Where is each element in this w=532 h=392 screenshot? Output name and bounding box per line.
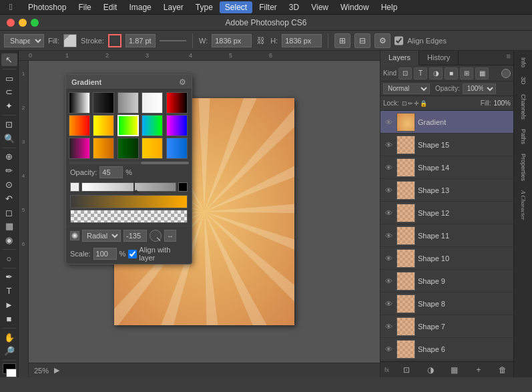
panel-btn-channels[interactable]: Channels — [515, 90, 531, 124]
menu-window[interactable]: Window — [335, 1, 374, 13]
layer-visibility-toggle[interactable]: 👁 — [383, 299, 394, 309]
close-button[interactable] — [7, 19, 15, 27]
scale-input[interactable] — [93, 248, 117, 260]
menu-select[interactable]: Select — [220, 1, 252, 13]
layer-item[interactable]: 👁Shape 12 — [380, 202, 513, 224]
swatch-light-gold[interactable] — [142, 138, 163, 159]
tool-hand[interactable]: ✋ — [1, 331, 17, 344]
settings-icon[interactable]: ⚙ — [374, 33, 390, 48]
tool-blur[interactable]: ◉ — [1, 234, 17, 246]
angle-input[interactable] — [123, 230, 147, 242]
panel-btn-info[interactable]: Info — [515, 53, 531, 71]
opacity-select[interactable]: 100% 75% 50% — [463, 83, 496, 94]
swatch-dark-pink[interactable] — [69, 138, 90, 159]
shape-select[interactable]: Shape — [4, 34, 44, 47]
swatch-dark[interactable] — [93, 92, 114, 114]
align-layer-checkbox[interactable] — [128, 250, 137, 258]
filter-kind-icon[interactable]: ⊡ — [398, 67, 412, 79]
menu-file[interactable]: File — [73, 1, 96, 13]
tool-path-select[interactable]: ► — [1, 299, 17, 311]
tool-lasso[interactable]: ⊂ — [1, 85, 17, 98]
menu-view[interactable]: View — [306, 1, 334, 13]
tool-gradient[interactable]: ▦ — [1, 220, 17, 232]
menu-filter[interactable]: Filter — [254, 1, 282, 13]
stroke-style[interactable] — [160, 40, 186, 41]
layer-item[interactable]: 👁Gradient — [380, 111, 513, 134]
background-color[interactable] — [6, 369, 17, 377]
swatch-orange-red[interactable] — [69, 115, 90, 136]
lock-all-icon[interactable]: 🔒 — [420, 100, 427, 107]
filter-smart-icon[interactable]: ⊞ — [460, 67, 473, 79]
tool-magic-wand[interactable]: ✦ — [1, 100, 17, 112]
angle-dial[interactable] — [150, 230, 162, 242]
tool-dodge[interactable]: ○ — [1, 252, 17, 265]
new-layer-button[interactable]: + — [472, 364, 485, 376]
swatch-blue[interactable] — [166, 138, 188, 159]
filter-toggle[interactable] — [501, 69, 511, 78]
swatch-bw[interactable] — [69, 92, 90, 114]
menu-image[interactable]: Image — [123, 1, 156, 13]
gradient-type-icon[interactable] — [70, 231, 79, 240]
align-layer-label[interactable]: Align with layer — [128, 246, 188, 262]
apple-menu[interactable]:  — [5, 2, 16, 13]
tool-eraser[interactable]: ◻ — [1, 206, 17, 219]
tool-brush[interactable]: ✏ — [1, 164, 17, 177]
height-input[interactable] — [282, 34, 322, 47]
minimize-button[interactable] — [19, 19, 27, 27]
layer-visibility-toggle[interactable]: 👁 — [383, 140, 394, 150]
layer-item[interactable]: 👁Shape 15 — [380, 134, 513, 156]
layer-item[interactable]: 👁Shape 9 — [380, 270, 513, 292]
panel-btn-paths[interactable]: Paths — [515, 125, 531, 148]
tool-move[interactable]: ↖ — [1, 53, 17, 66]
link-dimensions[interactable]: ⛓ — [256, 35, 266, 46]
lock-position-icon[interactable]: ✛ — [414, 100, 419, 107]
panel-menu-icon[interactable]: ≡ — [504, 51, 513, 65]
reverse-button[interactable]: ↔ — [164, 230, 176, 242]
gradient-type-select[interactable]: Radial Linear Angle — [82, 230, 121, 242]
layer-item[interactable]: 👁Shape 11 — [380, 224, 513, 247]
swatch-magenta[interactable] — [166, 115, 188, 136]
panel-btn-character[interactable]: A Character — [515, 186, 531, 224]
canvas-content[interactable]: Gradient ⚙ — [29, 61, 380, 363]
layer-visibility-toggle[interactable]: 👁 — [383, 117, 394, 128]
tool-history[interactable]: ↶ — [1, 192, 17, 205]
tool-type[interactable]: T — [1, 284, 17, 297]
tab-history[interactable]: History — [419, 51, 459, 65]
group-button[interactable]: ▦ — [448, 364, 461, 376]
filter-adjust-icon[interactable]: ◑ — [429, 67, 443, 79]
align-edges-checkbox[interactable] — [394, 34, 403, 47]
menu-help[interactable]: Help — [376, 1, 403, 13]
layer-item[interactable]: 👁Shape 10 — [380, 247, 513, 270]
menu-type[interactable]: Type — [190, 1, 218, 13]
doc-icon[interactable]: ▶ — [54, 366, 59, 375]
tool-stamp[interactable]: ⊙ — [1, 178, 17, 191]
stroke-size-input[interactable] — [125, 34, 156, 47]
tool-eyedropper[interactable]: 🔍 — [1, 132, 17, 145]
layer-visibility-toggle[interactable]: 👁 — [383, 276, 394, 286]
tool-spot-heal[interactable]: ⊕ — [1, 150, 17, 163]
opacity-slider[interactable] — [81, 182, 176, 192]
swatch-green[interactable] — [117, 115, 139, 136]
lock-paint-icon[interactable]: ✏ — [408, 100, 413, 107]
filter-shape-icon[interactable]: ■ — [445, 67, 458, 79]
layer-item[interactable]: 👁Shape 6 — [380, 338, 513, 361]
layer-visibility-toggle[interactable]: 👁 — [383, 344, 394, 355]
tool-shape[interactable]: ■ — [1, 313, 17, 325]
width-input[interactable] — [212, 34, 252, 47]
menu-layer[interactable]: Layer — [158, 1, 189, 13]
add-mask-button[interactable]: ⊡ — [400, 364, 413, 376]
adjustment-layer-button[interactable]: ◑ — [424, 364, 437, 376]
tool-zoom[interactable]: 🔎 — [1, 345, 17, 357]
gradient-settings-icon[interactable]: ⚙ — [179, 77, 186, 87]
swatch-red-black[interactable] — [166, 92, 188, 114]
opacity-input[interactable] — [99, 166, 123, 178]
slider-left-stop[interactable] — [70, 182, 79, 192]
swatch-dark-green[interactable] — [117, 138, 139, 159]
panel-btn-3d[interactable]: 3D — [515, 73, 531, 89]
swatch-yellow[interactable] — [93, 115, 114, 136]
panel-btn-properties[interactable]: Properties — [515, 150, 531, 185]
stroke-swatch[interactable] — [108, 34, 121, 47]
arrange-icon[interactable]: ⊟ — [354, 33, 370, 48]
layer-visibility-toggle[interactable]: 👁 — [383, 253, 394, 264]
layer-visibility-toggle[interactable]: 👁 — [383, 185, 394, 196]
